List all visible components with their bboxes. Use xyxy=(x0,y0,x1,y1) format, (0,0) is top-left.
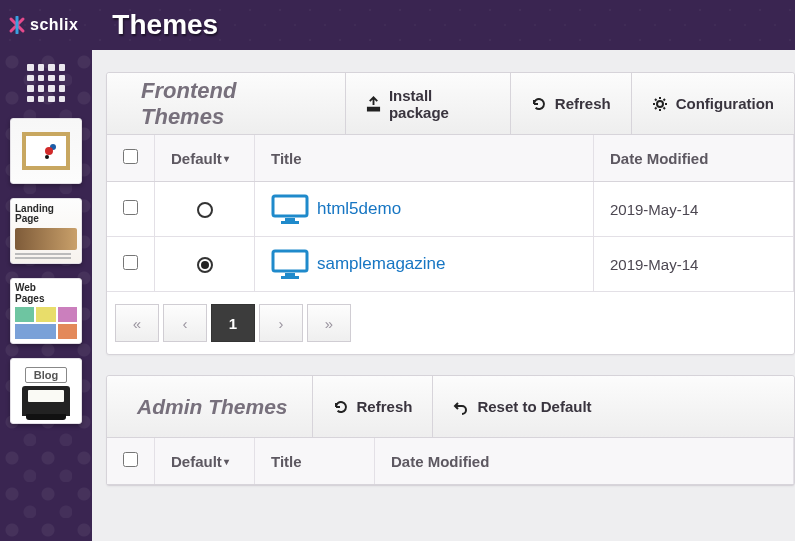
configuration-button[interactable]: Configuration xyxy=(632,73,794,134)
svg-rect-4 xyxy=(281,221,299,224)
table-row: html5demo 2019-May-14 xyxy=(107,182,794,237)
install-package-button[interactable]: Install package xyxy=(346,73,511,134)
svg-rect-7 xyxy=(281,276,299,279)
default-radio[interactable] xyxy=(197,257,213,273)
panel-header: Frontend Themes Install package Refresh … xyxy=(107,73,794,135)
page-prev-button[interactable]: ‹ xyxy=(163,304,207,342)
page-last-button[interactable]: » xyxy=(307,304,351,342)
theme-link[interactable]: samplemagazine xyxy=(271,249,577,279)
panel-title: Admin Themes xyxy=(107,376,313,437)
panel-header: Admin Themes Refresh Reset to Default xyxy=(107,376,794,438)
sort-desc-icon: ▾ xyxy=(224,456,229,467)
sidebar: LandingPage WebPages Blog xyxy=(0,50,92,541)
frontend-themes-panel: Frontend Themes Install package Refresh … xyxy=(106,72,795,355)
reset-default-button[interactable]: Reset to Default xyxy=(433,376,611,437)
column-date-modified[interactable]: Date Modified xyxy=(594,135,794,182)
select-all-checkbox[interactable] xyxy=(123,452,138,467)
brand-name: schlix xyxy=(30,16,78,34)
column-date-modified[interactable]: Date Modified xyxy=(375,438,794,485)
main-content: Frontend Themes Install package Refresh … xyxy=(92,50,795,541)
date-cell: 2019-May-14 xyxy=(594,237,794,292)
admin-themes-table: Default▾ Title Date Modified xyxy=(107,438,794,485)
column-default[interactable]: Default▾ xyxy=(155,438,255,485)
refresh-icon xyxy=(531,96,547,112)
refresh-icon xyxy=(333,399,349,415)
svg-rect-5 xyxy=(273,251,307,271)
svg-rect-2 xyxy=(273,196,307,216)
svg-rect-6 xyxy=(285,273,295,276)
svg-rect-3 xyxy=(285,218,295,221)
logo-icon xyxy=(8,16,26,34)
refresh-button[interactable]: Refresh xyxy=(313,376,434,437)
monitor-icon xyxy=(271,249,309,279)
admin-themes-panel: Admin Themes Refresh Reset to Default De… xyxy=(106,375,795,486)
page-current[interactable]: 1 xyxy=(211,304,255,342)
select-all-header xyxy=(107,438,155,485)
date-cell: 2019-May-14 xyxy=(594,182,794,237)
table-row: samplemagazine 2019-May-14 xyxy=(107,237,794,292)
brand-logo[interactable]: schlix xyxy=(8,16,78,34)
row-checkbox[interactable] xyxy=(123,255,138,270)
select-all-checkbox[interactable] xyxy=(123,149,138,164)
refresh-button[interactable]: Refresh xyxy=(511,73,632,134)
gear-icon xyxy=(652,96,668,112)
pagination: « ‹ 1 › » xyxy=(107,292,794,354)
undo-icon xyxy=(453,399,469,415)
sidebar-thumb-landing[interactable]: LandingPage xyxy=(10,198,82,264)
row-checkbox[interactable] xyxy=(123,200,138,215)
column-default[interactable]: Default▾ xyxy=(155,135,255,182)
monitor-icon xyxy=(271,194,309,224)
page-first-button[interactable]: « xyxy=(115,304,159,342)
sidebar-thumb-blog[interactable]: Blog xyxy=(10,358,82,424)
sidebar-thumb-webpages[interactable]: WebPages xyxy=(10,278,82,344)
column-title[interactable]: Title xyxy=(255,438,375,485)
topbar: schlix Themes xyxy=(0,0,795,50)
theme-link[interactable]: html5demo xyxy=(271,194,577,224)
panel-title: Frontend Themes xyxy=(107,73,346,134)
sort-desc-icon: ▾ xyxy=(224,153,229,164)
default-radio[interactable] xyxy=(197,202,213,218)
sidebar-thumb-art[interactable] xyxy=(10,118,82,184)
upload-icon xyxy=(366,96,381,112)
svg-rect-0 xyxy=(368,107,379,110)
page-next-button[interactable]: › xyxy=(259,304,303,342)
svg-point-1 xyxy=(657,101,663,107)
select-all-header xyxy=(107,135,155,182)
frontend-themes-table: Default▾ Title Date Modified xyxy=(107,135,794,292)
column-title[interactable]: Title xyxy=(255,135,594,182)
page-title: Themes xyxy=(112,9,218,41)
apps-grid-icon[interactable] xyxy=(25,62,67,104)
